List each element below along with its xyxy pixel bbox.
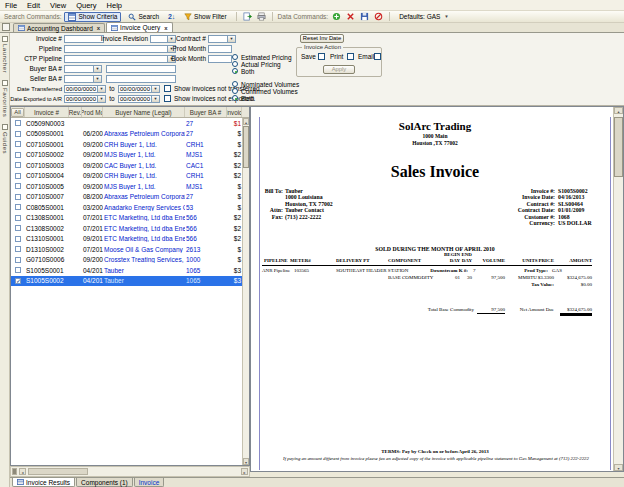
dropdown-arrow-icon[interactable]: ▼ [97, 86, 105, 92]
buyer-ba-link[interactable]: 1000 [185, 256, 227, 263]
buyer-ba-link[interactable]: 566 [185, 225, 227, 232]
buyer-name-link[interactable]: ETC Marketing, Ltd dba Energy Transfer [103, 214, 185, 221]
menu-query[interactable]: Query [71, 1, 101, 10]
search-button[interactable]: Search [124, 12, 163, 22]
date-transferred-to-input[interactable]: 00/00/0000▼ [118, 85, 160, 93]
buyer-name-link[interactable]: ETC Marketing, Ltd dba Energy Transfer [103, 225, 185, 232]
date-transferred-from-input[interactable]: 00/00/0000▼ [64, 85, 106, 93]
dropdown-arrow-icon[interactable]: ▼ [151, 96, 159, 102]
tab-invoice[interactable]: Invoice [134, 478, 165, 487]
export-icon[interactable] [242, 12, 253, 22]
reset-inv-date-button[interactable]: Reset Inv Date [300, 34, 344, 43]
show-criteria-button[interactable]: Show Criteria [64, 12, 121, 22]
scroll-down-icon[interactable]: ▾ [614, 464, 623, 471]
buyer-name-link[interactable]: Moose Oil & Gas Company [103, 246, 185, 253]
scroll-up-icon[interactable]: ▴ [243, 118, 249, 125]
menu-file[interactable]: File [0, 1, 22, 10]
prod-month-input[interactable] [208, 45, 232, 53]
scroll-up-icon[interactable]: ▴ [614, 107, 623, 114]
scroll-down-icon[interactable]: ▾ [243, 458, 249, 465]
add-icon[interactable] [331, 12, 342, 22]
row-checkbox[interactable] [15, 246, 21, 252]
dropdown-arrow-icon[interactable]: ▼ [97, 96, 105, 102]
buyer-name-link[interactable]: MJS Buyer 1, Ltd. [103, 151, 185, 158]
buyer-ba-link[interactable]: MJS1 [185, 183, 227, 190]
buyer-name-link[interactable]: Abraxas Petroleum Corporation [103, 130, 185, 137]
table-row[interactable]: C0710S0004 09/2007 CRH Buyer 1, Ltd. CRH… [11, 171, 249, 182]
col-buyer-name[interactable]: Buyer Name (Legal) [103, 107, 185, 117]
buyer-ba-link[interactable]: CAC1 [185, 162, 227, 169]
actual-pricing-radio[interactable] [232, 61, 238, 67]
menu-edit[interactable]: Edit [22, 1, 45, 10]
close-icon[interactable]: x [164, 25, 167, 31]
table-row[interactable]: C0710S0003 09/2007 CAC Buyer 1, Ltd. CAC… [11, 160, 249, 171]
table-row[interactable]: C1308S0002 07/2013 ETC Marketing, Ltd db… [11, 223, 249, 234]
book-month-input[interactable] [208, 55, 232, 63]
col-buyer-ba[interactable]: Buyer BA # [185, 107, 227, 117]
dropdown-arrow-icon[interactable]: ▼ [227, 36, 235, 42]
buyer-ba-link[interactable]: 53 [185, 204, 227, 211]
row-checkbox[interactable] [15, 141, 21, 147]
confirmed-volumes-radio[interactable] [232, 88, 238, 94]
save-icon[interactable] [359, 12, 370, 22]
buyer-ba-link[interactable]: CRH1 [185, 141, 227, 148]
table-row[interactable]: C0509N0003 27 $1 [11, 118, 249, 129]
preview-vertical-scrollbar[interactable]: ▴ ▾ [613, 107, 623, 471]
col-revision[interactable]: Rev. [69, 107, 82, 117]
sidebar-item-guides[interactable]: Guides [0, 121, 9, 158]
table-row[interactable]: C1308S0001 07/2013 ETC Marketing, Ltd db… [11, 213, 249, 224]
buyer-ba-link[interactable]: 566 [185, 235, 227, 242]
scrollbar-thumb[interactable] [614, 117, 623, 177]
table-row[interactable]: C0710S0007 08/2005 Abraxas Petroleum Cor… [11, 192, 249, 203]
buyer-name-link[interactable]: MJS Buyer 1, Ltd. [103, 183, 185, 190]
buyer-ba-link[interactable]: 27 [185, 193, 227, 200]
tab-invoice-query[interactable]: Invoice Query x [106, 22, 172, 32]
splitter-handle[interactable] [12, 468, 17, 475]
table-row[interactable]: D1310S0002 07/2011 Moose Oil & Gas Compa… [11, 244, 249, 255]
row-checkbox[interactable] [15, 278, 21, 284]
table-row[interactable]: C0710S0005 09/2007 MJS Buyer 1, Ltd. MJS… [11, 181, 249, 192]
pricing-both-radio[interactable] [232, 68, 238, 74]
row-checkbox[interactable] [15, 225, 21, 231]
table-row[interactable]: C0805S0001 03/2008 Anadarko Energy Servi… [11, 202, 249, 213]
table-row[interactable]: S1005S0002 04/2010 Tauber 1065 $3 [11, 276, 249, 287]
print-icon[interactable] [256, 12, 267, 22]
buyer-ba-link[interactable]: 566 [185, 214, 227, 221]
close-icon[interactable]: x [97, 25, 100, 31]
buyer-ba-link[interactable]: 1065 [185, 267, 227, 274]
menu-view[interactable]: View [45, 1, 71, 10]
menu-help[interactable]: Help [102, 1, 127, 10]
row-checkbox[interactable] [15, 194, 21, 200]
sidebar-item-launcher[interactable]: Launcher [0, 33, 9, 77]
apply-button[interactable]: Apply [323, 65, 355, 74]
seller-ba-name-input[interactable] [106, 75, 176, 83]
tab-components[interactable]: Components (1) [76, 478, 133, 487]
buyer-ba-link[interactable]: 1065 [185, 277, 227, 284]
buyer-ba-combo[interactable]: ▼ [64, 65, 102, 73]
estimated-pricing-radio[interactable] [232, 54, 238, 60]
scroll-right-icon[interactable]: ▸ [241, 468, 248, 475]
scrollbar-thumb[interactable] [243, 126, 249, 168]
row-checkbox[interactable] [15, 173, 21, 179]
date-exported-to-input[interactable]: 00/00/0000▼ [118, 95, 160, 103]
volumes-both-radio[interactable] [232, 95, 238, 101]
contract-number-combo[interactable]: ▼ [208, 35, 236, 43]
show-filter-button[interactable]: Show Filter [180, 12, 231, 22]
buyer-ba-link[interactable]: CRH1 [185, 172, 227, 179]
seller-ba-combo[interactable]: ▼ [64, 75, 102, 83]
defaults-dropdown[interactable]: Defaults: GAS ▼ [395, 12, 453, 22]
buyer-ba-link[interactable]: MJS1 [185, 151, 227, 158]
buyer-name-link[interactable]: Tauber [103, 277, 185, 284]
buyer-name-link[interactable]: CRH Buyer 1, Ltd. [103, 172, 185, 179]
row-checkbox[interactable] [15, 204, 21, 210]
row-checkbox[interactable] [15, 257, 21, 263]
table-row[interactable]: G0710S0006 09/2003 Crosstex Treating Ser… [11, 255, 249, 266]
tab-accounting-dashboard[interactable]: Accounting Dashboard x [13, 23, 105, 32]
row-checkbox[interactable] [15, 120, 21, 126]
buyer-ba-link[interactable]: 27 [185, 120, 227, 127]
email-checkbox[interactable] [374, 53, 381, 60]
dropdown-arrow-icon[interactable]: ▼ [151, 86, 159, 92]
panel-icon[interactable] [2, 23, 10, 31]
buyer-name-link[interactable]: CRH Buyer 1, Ltd. [103, 141, 185, 148]
buyer-ba-link[interactable]: 27 [185, 130, 227, 137]
